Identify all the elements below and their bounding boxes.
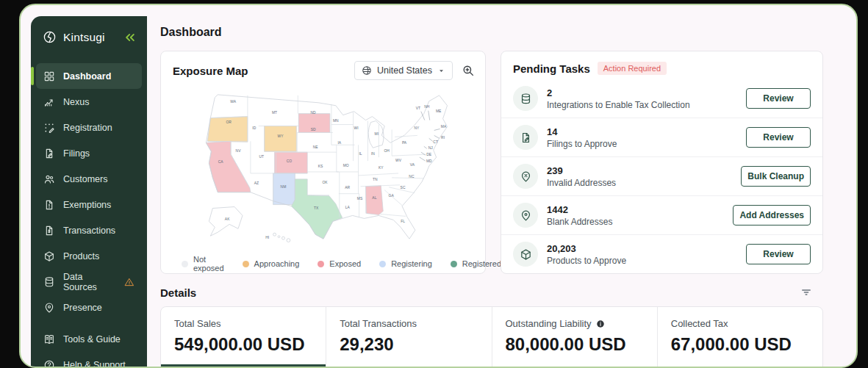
task-label: Integrations to Enable Tax Collection	[547, 100, 737, 110]
legend-label: Registered	[462, 259, 501, 268]
sidebar-item-tools-guide[interactable]: Tools & Guide	[36, 326, 142, 352]
sidebar-item-data-sources[interactable]: Data Sources	[36, 269, 142, 295]
sidebar-item-exemptions[interactable]: Exemptions	[36, 192, 142, 217]
legend-label: Registering	[391, 259, 432, 268]
sidebar-item-products[interactable]: Products	[36, 243, 142, 269]
sidebar-item-filings[interactable]: Filings	[36, 140, 142, 166]
state-label-nh: NH	[424, 105, 430, 109]
metric-total-sales[interactable]: Total Sales549,000.00 USD	[161, 307, 326, 367]
legend-label: Not exposed	[193, 255, 224, 273]
pending-task-row: 239Invalid AddressesBulk Cleanup	[501, 156, 822, 195]
main-content: Dashboard Exposure Map United States	[160, 5, 823, 367]
country-selector-value: United States	[377, 65, 432, 76]
sidebar-item-registration[interactable]: Registration	[36, 115, 142, 140]
review-button[interactable]: Review	[746, 127, 811, 148]
exposure-map-title: Exposure Map	[173, 65, 248, 77]
state-label-co: CO	[287, 159, 293, 163]
metric-label: Total Sales	[174, 318, 312, 329]
review-button[interactable]: Review	[746, 244, 811, 264]
sidebar-item-help-support[interactable]: Help & Support	[36, 352, 142, 368]
state-label-me: ME	[436, 109, 442, 113]
state-label-pa: PA	[402, 141, 407, 145]
sidebar-item-transactions[interactable]: Transactions	[36, 217, 142, 243]
state-label-vt: VT	[416, 107, 420, 110]
kintsugi-logo-icon	[43, 30, 57, 44]
sidebar-item-dashboard[interactable]: Dashboard	[36, 63, 142, 89]
sidebar-item-label: Help & Support	[63, 360, 126, 368]
review-button[interactable]: Review	[746, 88, 811, 109]
state-label-ny: NY	[414, 126, 420, 130]
task-count: 2	[547, 87, 737, 98]
sidebar-item-label: Registration	[63, 123, 112, 133]
metric-label: Outstanding Liability	[506, 318, 644, 329]
info-icon[interactable]	[596, 320, 605, 328]
metric-collected-tax[interactable]: Collected Tax67,000.00 USD	[657, 307, 822, 367]
pending-tasks-title: Pending Tasks	[513, 62, 590, 75]
sidebar-item-label: Transactions	[63, 226, 115, 236]
zoom-in-icon[interactable]	[462, 64, 475, 77]
bulk-cleanup-button[interactable]: Bulk Cleanup	[741, 166, 811, 187]
sidebar-item-label: Exemptions	[63, 200, 111, 210]
sidebar-item-label: Products	[63, 251, 99, 261]
task-count: 239	[547, 165, 732, 176]
us-map-svg[interactable]: WAORCANVIDMTWYUTCOAZNMNDSDNEKSOKTXMNIAMO…	[170, 84, 476, 252]
help-support-icon	[43, 359, 55, 368]
brand-header: Kintsugi	[31, 16, 147, 50]
task-info: 20,203Products to Approve	[547, 243, 737, 266]
task-label: Products to Approve	[547, 256, 737, 266]
collapse-sidebar-icon[interactable]	[123, 31, 137, 44]
state-label-nd: ND	[311, 111, 317, 115]
tools-guide-icon	[43, 333, 55, 345]
state-label-ne: NE	[313, 145, 319, 149]
registration-icon	[43, 122, 55, 134]
task-label: Filings to Approve	[547, 139, 737, 149]
legend-dot	[451, 261, 457, 267]
sidebar-item-nexus[interactable]: Nexus	[36, 89, 142, 115]
state-label-ct: CT	[433, 140, 438, 144]
filter-icon[interactable]	[800, 286, 813, 299]
action-required-badge: Action Required	[598, 62, 667, 75]
exemptions-icon	[43, 199, 55, 211]
state-label-ms: MS	[357, 197, 363, 201]
add-addresses-button[interactable]: Add Addresses	[733, 205, 811, 226]
legend-dot	[243, 261, 249, 267]
sidebar-item-label: Dashboard	[63, 71, 111, 82]
state-label-ma: MA	[441, 125, 447, 129]
country-selector[interactable]: United States	[354, 61, 453, 80]
state-label-mn: MN	[333, 119, 339, 123]
state-label-sd: SD	[311, 128, 316, 131]
state-label-id: ID	[252, 126, 256, 130]
details-metrics-row: Total Sales549,000.00 USDTotal Transacti…	[160, 306, 823, 368]
globe-icon	[362, 65, 372, 76]
sidebar-item-customers[interactable]: Customers	[36, 166, 142, 192]
task-info: 14Filings to Approve	[547, 126, 737, 149]
state-label-va: VA	[410, 163, 415, 167]
metric-outstanding-liability[interactable]: Outstanding Liability80,000.00 USD	[492, 307, 657, 367]
state-label-mt: MT	[272, 111, 277, 115]
pending-task-row: 20,203Products to ApproveReview	[501, 234, 822, 273]
state-label-ky: KY	[379, 166, 384, 170]
file-edit-icon	[513, 125, 538, 150]
pending-task-row: 2Integrations to Enable Tax CollectionRe…	[501, 79, 822, 118]
metric-total-transactions[interactable]: Total Transactions29,230	[326, 307, 491, 367]
task-count: 14	[547, 126, 737, 137]
data-sources-icon	[43, 276, 55, 288]
state-label-nm: NM	[281, 185, 287, 189]
legend-item-not_exposed: Not exposed	[182, 255, 224, 273]
task-info: 1442Blank Addresses	[547, 204, 724, 227]
customers-icon	[43, 173, 55, 185]
warning-triangle-icon	[124, 277, 134, 287]
nav-section-spacer	[36, 320, 142, 326]
state-label-nj: NJ	[428, 146, 434, 150]
sidebar-item-label: Data Sources	[63, 272, 112, 292]
metric-value: 67,000.00 USD	[671, 334, 809, 355]
task-count: 1442	[547, 204, 724, 215]
sidebar-item-label: Presence	[63, 303, 102, 313]
us-choropleth-map[interactable]: WAORCANVIDMTWYUTCOAZNMNDSDNEKSOKTXMNIAMO…	[161, 84, 485, 252]
metric-label: Collected Tax	[671, 318, 809, 329]
state-label-de: DE	[426, 153, 432, 156]
state-label-oh: OH	[384, 149, 390, 153]
task-info: 239Invalid Addresses	[547, 165, 732, 188]
sidebar-item-presence[interactable]: Presence	[36, 295, 142, 320]
package-icon	[513, 242, 538, 267]
